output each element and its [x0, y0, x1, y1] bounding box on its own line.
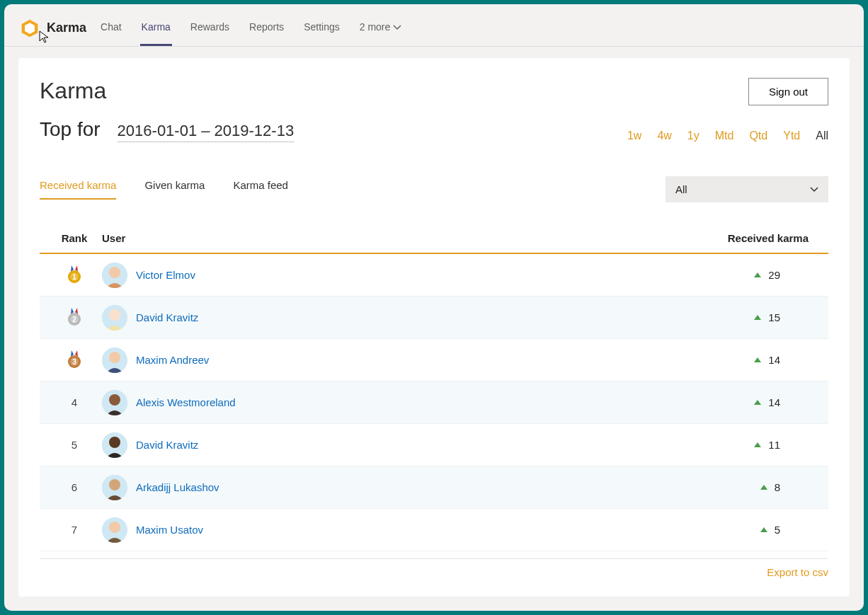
karma-subtabs: Received karmaGiven karmaKarma feed [40, 179, 288, 200]
karma-value: 11 [768, 439, 780, 451]
karma-cell: 14 [701, 396, 821, 408]
channel-filter-select[interactable]: All [666, 176, 828, 202]
user-link[interactable]: Arkadijj Lukashov [136, 481, 219, 493]
user-cell: Maxim Andreev [102, 347, 701, 373]
user-cell: David Kravitz [102, 432, 701, 458]
table-row: 5David Kravitz11 [40, 424, 828, 466]
rank-cell: 2 [47, 308, 102, 328]
karma-value: 8 [775, 481, 780, 493]
user-link[interactable]: Alexis Westmoreland [136, 396, 236, 408]
top-tab-reports[interactable]: Reports [248, 10, 285, 46]
rank-cell: 6 [47, 481, 102, 493]
medal-bronze-icon: 3 [66, 350, 83, 370]
avatar [102, 347, 127, 373]
svg-text:3: 3 [72, 358, 76, 366]
rank-number: 7 [72, 524, 77, 536]
trend-up-icon [760, 485, 767, 490]
table-header: Rank User Received karma [40, 224, 828, 254]
top-tab-more[interactable]: 2 more [358, 10, 404, 46]
svg-point-18 [109, 394, 120, 406]
channel-filter-value: All [675, 183, 687, 195]
range-tab-qtd[interactable]: Qtd [749, 130, 767, 142]
top-tab-chat[interactable]: Chat [99, 10, 123, 46]
top-tab-settings[interactable]: Settings [302, 10, 341, 46]
range-tab-4w[interactable]: 4w [657, 130, 671, 142]
range-tab-1w[interactable]: 1w [627, 130, 641, 142]
date-range-picker[interactable]: 2016-01-01 – 2019-12-13 [118, 122, 295, 142]
user-cell: David Kravitz [102, 305, 701, 331]
user-link[interactable]: Maxim Usatov [136, 524, 203, 536]
app-name: Karma [47, 21, 86, 35]
subtab-given-karma[interactable]: Given karma [144, 179, 205, 200]
rank-cell: 4 [47, 396, 102, 408]
chevron-down-icon [393, 23, 401, 31]
medal-silver-icon: 2 [66, 308, 83, 328]
user-cell: Victor Elmov [102, 263, 701, 288]
range-tab-mtd[interactable]: Mtd [715, 130, 734, 142]
col-header-user: User [102, 232, 701, 244]
svg-point-16 [109, 352, 120, 363]
karma-value: 15 [768, 311, 780, 323]
trend-up-icon [754, 400, 761, 405]
avatar [102, 305, 127, 331]
top-tab-karma[interactable]: Karma [140, 10, 172, 46]
table-row: 3Maxim Andreev14 [40, 339, 828, 381]
top-tab-more-label: 2 more [360, 21, 391, 33]
karma-value: 29 [768, 269, 780, 281]
time-range-tabs: 1w4w1yMtdQtdYtdAll [627, 130, 828, 142]
table-divider [40, 558, 828, 559]
top-tab-rewards[interactable]: Rewards [189, 10, 231, 46]
karma-cell: 15 [701, 311, 821, 323]
col-header-karma: Received karma [701, 232, 821, 244]
range-tab-ytd[interactable]: Ytd [783, 130, 800, 142]
leaderboard-table: Rank User Received karma 1Victor Elmov29… [40, 224, 828, 578]
table-row: 2David Kravitz15 [40, 297, 828, 339]
svg-text:2: 2 [72, 316, 76, 323]
svg-text:1: 1 [72, 273, 76, 281]
user-link[interactable]: Maxim Andreev [136, 354, 209, 366]
svg-point-20 [109, 437, 120, 448]
avatar [102, 517, 127, 543]
user-link[interactable]: David Kravitz [136, 311, 198, 323]
trend-up-icon [754, 272, 761, 277]
karma-cell: 14 [701, 354, 821, 366]
svg-point-6 [109, 267, 120, 278]
chevron-down-icon [810, 185, 818, 194]
top-bar: Karma ChatKarmaRewardsReportsSettings2 m… [4, 4, 864, 47]
medal-gold-icon: 1 [66, 265, 83, 285]
karma-value: 14 [768, 396, 780, 408]
user-cell: Alexis Westmoreland [102, 390, 701, 415]
subtab-karma-feed[interactable]: Karma feed [233, 179, 288, 200]
subheading: Top for 2016-01-01 – 2019-12-13 [40, 118, 294, 142]
user-link[interactable]: Victor Elmov [136, 269, 195, 281]
user-link[interactable]: David Kravitz [136, 439, 198, 451]
table-row: 7Maxim Usatov5 [40, 509, 828, 551]
avatar [102, 432, 127, 458]
rank-cell: 7 [47, 524, 102, 536]
avatar [102, 475, 127, 500]
svg-point-11 [109, 309, 120, 321]
table-row: 6Arkadijj Lukashov8 [40, 466, 828, 509]
karma-cell: 29 [701, 269, 821, 281]
top-for-label: Top for [40, 118, 101, 141]
svg-point-24 [109, 522, 120, 533]
rank-cell: 3 [47, 350, 102, 370]
export-csv-link[interactable]: Export to csv [767, 566, 828, 578]
avatar [102, 390, 127, 415]
karma-value: 5 [775, 524, 780, 536]
karma-value: 14 [768, 354, 780, 366]
col-header-rank: Rank [47, 232, 102, 244]
avatar [102, 263, 127, 288]
range-tab-1y[interactable]: 1y [687, 130, 699, 142]
content-area: Karma Sign out Top for 2016-01-01 – 2019… [4, 47, 864, 611]
range-tab-all[interactable]: All [816, 130, 828, 142]
trend-up-icon [754, 357, 761, 362]
signout-button[interactable]: Sign out [748, 78, 828, 105]
table-row: 1Victor Elmov29 [40, 254, 828, 297]
page-title: Karma [40, 78, 106, 104]
rank-number: 6 [72, 481, 77, 493]
svg-point-22 [109, 479, 120, 490]
rank-number: 4 [72, 396, 77, 408]
subtab-received-karma[interactable]: Received karma [40, 179, 116, 200]
user-cell: Arkadijj Lukashov [102, 475, 701, 500]
